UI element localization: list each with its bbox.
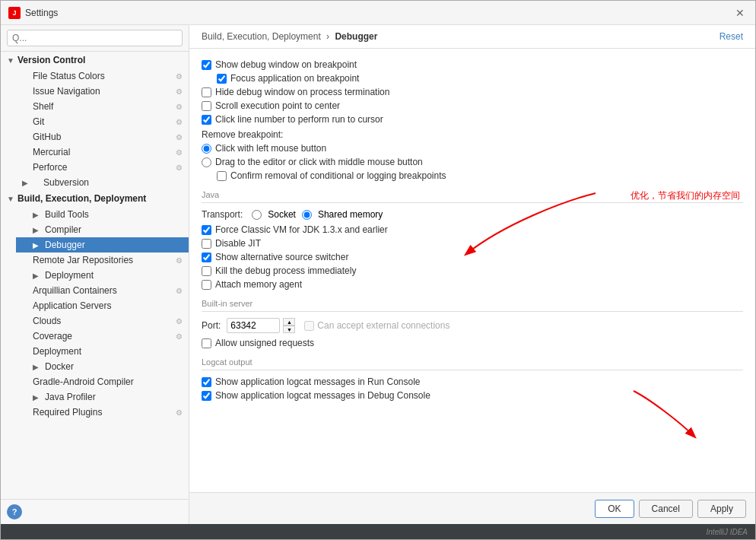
title-bar: J Settings ✕ — [1, 1, 755, 25]
port-increment[interactable]: ▲ — [283, 318, 295, 326]
sidebar-item-github[interactable]: GitHub ⚙ — [16, 129, 189, 145]
click-line-number-label[interactable]: Click line number to perform run to curs… — [215, 114, 383, 125]
remove-bp-drag-label[interactable]: Drag to the editor or click with middle … — [215, 157, 423, 167]
external-conn-row: Can accept external connections — [304, 320, 449, 331]
sidebar-item-clouds[interactable]: Clouds ⚙ — [16, 313, 189, 329]
sidebar-item-java-profiler[interactable]: ▶ Java Profiler — [16, 389, 189, 405]
expand-arrow: ▶ — [33, 363, 43, 371]
show-run-console-checkbox[interactable] — [202, 377, 211, 387]
sidebar-item-deployment2[interactable]: Deployment — [16, 344, 189, 359]
force-classic-vm-row: Force Classic VM for JDK 1.3.x and earli… — [202, 224, 743, 235]
force-classic-vm-checkbox[interactable] — [202, 225, 211, 235]
socket-radio[interactable] — [252, 210, 262, 220]
focus-application-row: Focus application on breakpoint — [217, 73, 743, 84]
confirm-removal-label[interactable]: Confirm removal of conditional or loggin… — [230, 170, 446, 181]
socket-label[interactable]: Socket — [268, 209, 296, 220]
remove-bp-click-label[interactable]: Click with left mouse button — [215, 143, 326, 154]
scroll-execution-row: Scroll execution point to center — [202, 100, 743, 111]
sidebar-item-issue-navigation[interactable]: Issue Navigation ⚙ — [16, 84, 189, 99]
allow-unsigned-checkbox[interactable] — [202, 338, 211, 348]
apply-button[interactable]: Apply — [697, 500, 746, 518]
sidebar-item-git[interactable]: Git ⚙ — [16, 114, 189, 129]
scroll-execution-label[interactable]: Scroll execution point to center — [215, 100, 340, 111]
sidebar-item-file-status-colors[interactable]: File Status Colors ⚙ — [16, 68, 189, 84]
disable-jit-checkbox[interactable] — [202, 239, 211, 249]
expand-arrow: ▶ — [22, 179, 33, 187]
scroll-execution-checkbox[interactable] — [202, 101, 211, 111]
expand-arrow: ▶ — [33, 226, 43, 234]
remove-bp-click-radio[interactable] — [202, 144, 211, 154]
sidebar-item-application-servers[interactable]: Application Servers — [16, 298, 189, 313]
disable-jit-label[interactable]: Disable JIT — [215, 238, 261, 249]
attach-memory-label[interactable]: Attach memory agent — [215, 279, 302, 290]
allow-unsigned-row: Allow unsigned requests — [202, 338, 743, 348]
gear-icon: ⚙ — [176, 87, 183, 96]
gear-icon: ⚙ — [176, 72, 183, 81]
port-input[interactable] — [227, 318, 280, 333]
show-debug-console-checkbox[interactable] — [202, 391, 211, 401]
reset-button[interactable]: Reset — [719, 31, 743, 42]
external-conn-label: Can accept external connections — [317, 320, 449, 331]
focus-application-label[interactable]: Focus application on breakpoint — [230, 73, 359, 84]
confirm-removal-row: Confirm removal of conditional or loggin… — [217, 170, 743, 181]
bottom-bar: OK Cancel Apply — [189, 492, 755, 524]
external-conn-checkbox[interactable] — [304, 321, 314, 331]
sidebar-item-debugger[interactable]: ▶ Debugger — [16, 237, 189, 253]
shared-memory-radio[interactable] — [302, 210, 312, 220]
show-alternative-row: Show alternative source switcher — [202, 252, 743, 262]
sidebar-item-compiler[interactable]: ▶ Compiler — [16, 222, 189, 237]
sidebar-item-arquillian[interactable]: Arquillian Containers ⚙ — [16, 283, 189, 298]
search-input[interactable] — [7, 30, 183, 46]
sidebar-item-remote-jar[interactable]: Remote Jar Repositories ⚙ — [16, 253, 189, 268]
remove-bp-drag-radio[interactable] — [202, 157, 211, 167]
sidebar-item-deployment[interactable]: ▶ Deployment — [16, 268, 189, 283]
hide-debug-window-label[interactable]: Hide debug window on process termination — [215, 87, 389, 97]
confirm-removal-checkbox[interactable] — [217, 171, 227, 181]
intellij-strip: IntelliJ IDEA — [1, 524, 755, 539]
show-run-console-label[interactable]: Show application logcat messages in Run … — [215, 376, 421, 387]
content-area: ▼ Version Control File Status Colors ⚙ I… — [1, 25, 755, 524]
show-debug-window-checkbox[interactable] — [202, 60, 211, 70]
show-debug-console-label[interactable]: Show application logcat messages in Debu… — [215, 390, 430, 401]
sidebar-item-build-tools[interactable]: ▶ Build Tools — [16, 207, 189, 222]
sidebar: ▼ Version Control File Status Colors ⚙ I… — [1, 25, 189, 524]
cancel-button[interactable]: Cancel — [639, 500, 693, 518]
breadcrumb: Build, Execution, Deployment › Debugger — [202, 31, 377, 42]
allow-unsigned-label[interactable]: Allow unsigned requests — [215, 338, 314, 348]
sidebar-item-shelf[interactable]: Shelf ⚙ — [16, 99, 189, 114]
kill-debug-label[interactable]: Kill the debug process immediately — [215, 265, 356, 276]
transport-label: Transport: — [202, 209, 243, 220]
expand-arrow: ▶ — [33, 393, 43, 402]
hide-debug-window-checkbox[interactable] — [202, 87, 211, 97]
built-in-server-label: Built-in server — [202, 299, 743, 312]
force-classic-vm-label[interactable]: Force Classic VM for JDK 1.3.x and earli… — [215, 224, 388, 235]
kill-debug-checkbox[interactable] — [202, 266, 211, 276]
sidebar-item-required-plugins[interactable]: Required Plugins ⚙ — [16, 405, 189, 420]
port-row: Port: ▲ ▼ Can accept external connection… — [202, 318, 743, 333]
sidebar-item-subversion[interactable]: ▶ Subversion — [16, 175, 189, 190]
gear-icon: ⚙ — [176, 317, 183, 326]
sidebar-item-docker[interactable]: ▶ Docker — [16, 359, 189, 374]
show-alternative-label[interactable]: Show alternative source switcher — [215, 252, 348, 262]
click-line-number-row: Click line number to perform run to curs… — [202, 114, 743, 125]
sidebar-item-mercurial[interactable]: Mercurial ⚙ — [16, 145, 189, 160]
disable-jit-row: Disable JIT — [202, 238, 743, 249]
sidebar-item-gradle[interactable]: Gradle-Android Compiler — [16, 374, 189, 389]
focus-application-checkbox[interactable] — [217, 74, 227, 84]
help-button[interactable]: ? — [7, 504, 22, 519]
attach-memory-checkbox[interactable] — [202, 280, 211, 290]
app-icon: J — [8, 7, 21, 19]
show-debug-window-label[interactable]: Show debug window on breakpoint — [215, 59, 357, 70]
gear-icon: ⚙ — [176, 148, 183, 157]
expand-arrow: ▶ — [33, 211, 43, 219]
ok-button[interactable]: OK — [595, 500, 634, 518]
show-alternative-checkbox[interactable] — [202, 253, 211, 262]
sidebar-section-version-control[interactable]: ▼ Version Control — [1, 52, 189, 68]
sidebar-section-build-execution[interactable]: ▼ Build, Execution, Deployment — [1, 190, 189, 207]
sidebar-item-coverage[interactable]: Coverage ⚙ — [16, 329, 189, 344]
sidebar-item-perforce[interactable]: Perforce ⚙ — [16, 160, 189, 175]
click-line-number-checkbox[interactable] — [202, 115, 211, 125]
port-decrement[interactable]: ▼ — [283, 326, 295, 333]
shared-memory-label[interactable]: Shared memory — [318, 209, 383, 220]
close-button[interactable]: ✕ — [732, 5, 748, 21]
